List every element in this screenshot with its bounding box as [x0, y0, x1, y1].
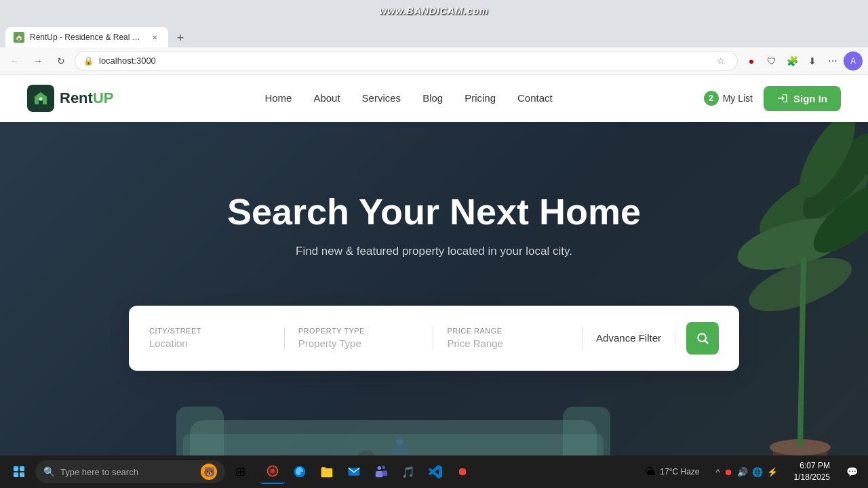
shield-icon[interactable]: 🛡: [762, 52, 781, 70]
start-button[interactable]: [5, 458, 33, 485]
sign-in-button[interactable]: Sign In: [764, 86, 841, 111]
property-type-value: Property Type: [298, 338, 420, 349]
taskbar-search-icon: 🔍: [43, 466, 55, 477]
forward-button[interactable]: →: [28, 52, 47, 70]
price-range-field[interactable]: Price Range Price Range: [433, 327, 583, 349]
hero-room-area: [0, 366, 868, 455]
search-icon: [696, 331, 709, 345]
taskbar-search[interactable]: 🔍 Type here to search 🐻: [35, 460, 225, 483]
battery-icon: ⚡: [767, 467, 778, 477]
taskbar-app-folder[interactable]: [315, 460, 339, 484]
taskbar-apps: 🎵 ⏺: [260, 460, 475, 484]
taskbar-search-text: Type here to search: [60, 467, 195, 477]
my-list-button[interactable]: 2 My List: [704, 91, 753, 106]
hero-subtitle: Find new & featured property located in …: [227, 245, 641, 258]
new-tab-button[interactable]: +: [171, 28, 190, 47]
price-range-label: Price Range: [447, 327, 568, 335]
nav-blog[interactable]: Blog: [422, 92, 443, 104]
taskbar-mascot: 🐻: [201, 464, 217, 480]
taskbar-system: 🌥 17°C Haze ^ ⏺ 🔊 🌐 ⚡ 6:07 PM 1/18/2025 …: [639, 460, 863, 483]
location-field[interactable]: City/Street Location: [149, 327, 285, 349]
browser-toolbar-actions: ● 🛡 🧩 ⬇ ⋯ A: [742, 52, 863, 70]
svg-point-20: [396, 439, 404, 445]
opera-icon[interactable]: ●: [742, 52, 761, 70]
more-icon[interactable]: ⋯: [823, 52, 842, 70]
address-bar[interactable]: 🔒 localhost:3000 ☆: [75, 51, 738, 71]
nav-contact[interactable]: Contact: [517, 92, 553, 104]
taskbar-app-browser[interactable]: [260, 460, 285, 484]
taskbar-app-music[interactable]: 🎵: [396, 460, 420, 484]
hero-section: Search Your Next Home Find new & feature…: [0, 122, 868, 455]
taskbar-weather[interactable]: 🌥 17°C Haze: [639, 466, 705, 478]
weather-text: 17°C Haze: [660, 467, 699, 476]
browser-active-tab[interactable]: 🏠 RentUp - Residence & Real Estate... ✕: [5, 27, 168, 47]
search-button[interactable]: [686, 322, 719, 354]
system-tray[interactable]: ^ ⏺ 🔊 🌐 ⚡: [711, 467, 783, 477]
taskbar-app-teams[interactable]: [369, 460, 393, 484]
location-value: Location: [149, 338, 271, 349]
taskbar-task-view[interactable]: ⊞: [228, 460, 252, 484]
nav-about[interactable]: About: [313, 92, 340, 104]
my-list-badge: 2: [704, 91, 719, 106]
logo[interactable]: RentUP: [27, 85, 113, 112]
tab-close-button[interactable]: ✕: [149, 32, 160, 43]
svg-rect-30: [382, 470, 387, 476]
date-display: 1/18/2025: [794, 472, 830, 483]
taskbar-clock[interactable]: 6:07 PM 1/18/2025: [789, 460, 835, 483]
my-list-label: My List: [723, 93, 753, 104]
notification-button[interactable]: 💬: [841, 461, 863, 483]
taskbar-app-vscode[interactable]: [423, 460, 448, 484]
location-label: City/Street: [149, 327, 271, 335]
search-box: City/Street Location Property Type Prope…: [129, 306, 739, 371]
address-actions: ☆: [713, 53, 729, 69]
bandicam-watermark: www.BANDICAM.com: [380, 5, 489, 16]
nav-actions: 2 My List Sign In: [704, 86, 841, 111]
advance-filter-button[interactable]: Advance Filter: [583, 332, 675, 344]
nav-links: Home About Services Blog Pricing Contact: [264, 92, 552, 104]
logo-icon: [27, 85, 54, 112]
weather-icon: 🌥: [645, 466, 656, 478]
sign-in-icon: [777, 93, 788, 104]
taskbar: 🔍 Type here to search 🐻 ⊞: [0, 455, 868, 488]
windows-icon: [14, 466, 24, 477]
navbar: RentUP Home About Services Blog Pricing …: [0, 75, 868, 122]
nav-home[interactable]: Home: [264, 92, 292, 104]
tray-icon-2: 🔊: [737, 467, 748, 477]
nav-services[interactable]: Services: [362, 92, 401, 104]
hero-title: Search Your Next Home: [227, 190, 641, 234]
security-icon: 🔒: [83, 56, 94, 66]
page-content: RentUP Home About Services Blog Pricing …: [0, 75, 868, 455]
svg-point-28: [382, 466, 385, 469]
time-display: 6:07 PM: [794, 460, 830, 472]
property-type-field[interactable]: Property Type Property Type: [285, 327, 434, 349]
tab-title: RentUp - Residence & Real Estate...: [30, 33, 144, 42]
recording-tray-icon: ⏺: [724, 467, 733, 477]
back-button[interactable]: ←: [5, 52, 24, 70]
browser-toolbar: ← → ↻ 🔒 localhost:3000 ☆ ● 🛡 🧩 ⬇ ⋯ A: [0, 47, 868, 75]
svg-line-22: [705, 341, 708, 344]
extensions-icon[interactable]: 🧩: [783, 52, 802, 70]
address-text: localhost:3000: [99, 56, 707, 66]
profile-icon[interactable]: A: [844, 52, 863, 70]
svg-point-27: [378, 466, 381, 470]
taskbar-app-edge[interactable]: [288, 460, 312, 484]
taskbar-app-mail[interactable]: [342, 460, 366, 484]
svg-rect-29: [376, 471, 383, 477]
price-range-value: Price Range: [447, 338, 568, 349]
svg-point-25: [271, 469, 275, 474]
bookmark-icon[interactable]: ☆: [713, 53, 729, 69]
network-icon: 🌐: [752, 467, 763, 477]
browser-tab-bar: 🏠 RentUp - Residence & Real Estate... ✕ …: [0, 23, 868, 47]
downloads-icon[interactable]: ⬇: [803, 52, 822, 70]
tray-icon-1: ^: [716, 467, 720, 477]
tab-favicon: 🏠: [14, 32, 24, 43]
sign-in-label: Sign In: [793, 93, 827, 104]
svg-point-0: [39, 98, 43, 101]
taskbar-app-recording[interactable]: ⏺: [450, 460, 475, 484]
nav-pricing[interactable]: Pricing: [465, 92, 496, 104]
hero-content: Search Your Next Home Find new & feature…: [227, 190, 641, 292]
refresh-button[interactable]: ↻: [52, 52, 71, 70]
property-type-label: Property Type: [298, 327, 420, 335]
logo-text: RentUP: [60, 89, 113, 107]
